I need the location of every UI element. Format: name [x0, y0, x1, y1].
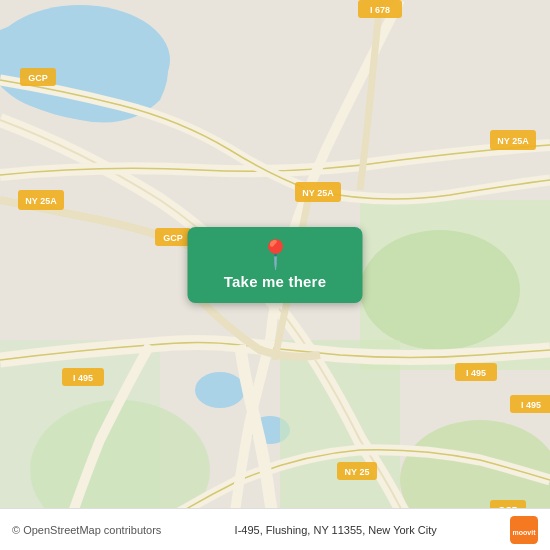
svg-text:I 495: I 495 [521, 400, 541, 410]
moovit-logo: moovit [510, 516, 538, 544]
bottom-bar: © OpenStreetMap contributors I-495, Flus… [0, 508, 550, 550]
svg-point-5 [360, 230, 520, 350]
svg-text:GCP: GCP [163, 233, 183, 243]
svg-text:moovit: moovit [513, 528, 537, 535]
svg-text:GCP: GCP [28, 73, 48, 83]
svg-text:NY 25A: NY 25A [25, 196, 57, 206]
osm-attribution: © OpenStreetMap contributors [12, 524, 161, 536]
svg-text:NY 25: NY 25 [345, 467, 370, 477]
svg-text:NY 25A: NY 25A [497, 136, 529, 146]
svg-text:I 495: I 495 [73, 373, 93, 383]
svg-point-2 [195, 372, 245, 408]
map-container: NY 25A NY 25A NY 25A GCP GCP I 495 I 495… [0, 0, 550, 550]
take-me-there-label: Take me there [224, 273, 326, 290]
location-pin-icon: 📍 [258, 241, 293, 269]
svg-text:I 495: I 495 [466, 368, 486, 378]
address-text: I-495, Flushing, NY 11355, New York City [235, 524, 437, 536]
svg-text:I 678: I 678 [370, 5, 390, 15]
svg-text:NY 25A: NY 25A [302, 188, 334, 198]
moovit-logo-icon: moovit [510, 516, 538, 544]
take-me-there-button[interactable]: 📍 Take me there [188, 227, 363, 303]
address-label: I-495, Flushing, NY 11355, New York City [161, 524, 510, 536]
